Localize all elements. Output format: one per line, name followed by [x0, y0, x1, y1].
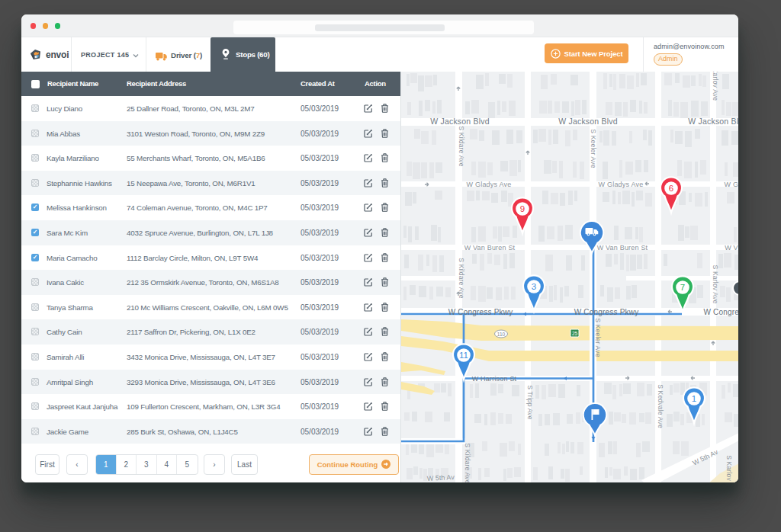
svg-text:W Gl: W Gl	[725, 181, 738, 188]
svg-text:S Keeler Ave: S Keeler Ave	[594, 318, 602, 357]
svg-text:1: 1	[692, 394, 696, 403]
svg-text:S Tripp Ave: S Tripp Ave	[526, 385, 534, 420]
svg-text:W 5th Av: W 5th Av	[427, 473, 455, 482]
svg-text:W Gladys Ave: W Gladys Ave	[467, 181, 512, 188]
svg-text:S Karlov: S Karlov	[725, 455, 733, 481]
svg-text:110: 110	[497, 332, 506, 337]
svg-text:S Kildare Ave: S Kildare Ave	[458, 258, 465, 299]
svg-text:6: 6	[669, 184, 673, 193]
svg-text:W Congress: W Congress	[703, 308, 738, 316]
svg-text:W Congress Pkwy: W Congress Pkwy	[574, 308, 639, 316]
svg-text:W V: W V	[725, 244, 738, 252]
svg-text:9: 9	[520, 204, 525, 213]
svg-text:W Van Buren St: W Van Buren St	[597, 244, 648, 252]
svg-text:7: 7	[680, 283, 685, 292]
svg-text:Karlov Ave: Karlov Ave	[712, 72, 719, 101]
svg-text:W Congress Pkwy: W Congress Pkwy	[448, 308, 513, 316]
svg-text:3: 3	[532, 282, 536, 291]
svg-text:S Kildare Ave: S Kildare Ave	[464, 443, 471, 482]
svg-text:W Jackson Blvd: W Jackson Blvd	[430, 117, 490, 126]
svg-text:W Harrison St: W Harrison St	[472, 375, 517, 383]
svg-text:W Van Buren St: W Van Buren St	[464, 244, 516, 252]
svg-text:11: 11	[459, 351, 468, 360]
svg-text:W Jackson Blv: W Jackson Blv	[688, 117, 738, 126]
svg-text:25: 25	[572, 331, 578, 336]
svg-text:W Gladys Ave: W Gladys Ave	[599, 181, 644, 188]
svg-text:S Kildare Ave: S Kildare Ave	[458, 126, 465, 167]
svg-text:S Kedvale Ave: S Kedvale Ave	[657, 384, 664, 428]
svg-text:S Keeler Ave: S Keeler Ave	[590, 129, 597, 168]
svg-text:S Karlov Ave: S Karlov Ave	[712, 265, 719, 304]
svg-text:W Jackson Blvd: W Jackson Blvd	[558, 117, 618, 126]
